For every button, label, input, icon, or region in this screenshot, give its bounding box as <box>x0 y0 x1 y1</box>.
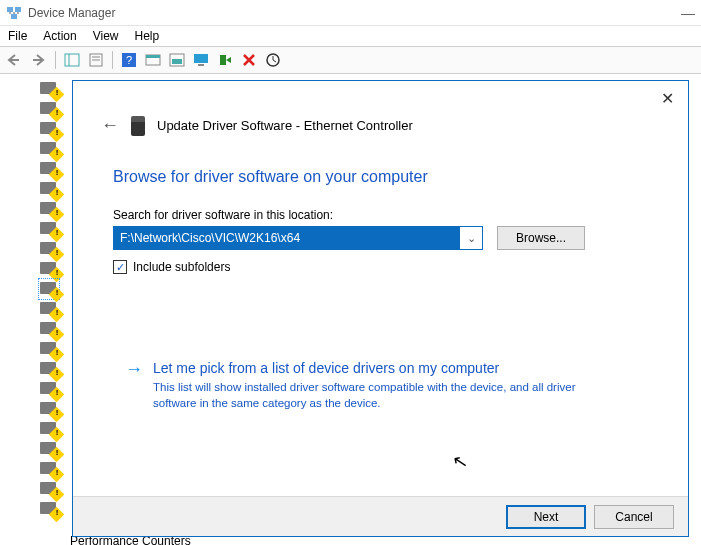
arrow-right-icon: → <box>125 360 143 378</box>
show-tree-icon[interactable] <box>61 49 83 71</box>
device-item-warning-icon[interactable] <box>40 500 58 518</box>
device-icon <box>131 116 145 136</box>
include-subfolders-checkbox[interactable]: ✓ <box>113 260 127 274</box>
device-item-warning-icon[interactable] <box>40 400 58 418</box>
toolbar: ? <box>0 46 701 74</box>
minimize-icon[interactable]: — <box>681 5 695 21</box>
back-icon[interactable]: ← <box>101 115 119 136</box>
nav-forward-icon[interactable] <box>28 49 50 71</box>
pick-from-list-link[interactable]: → Let me pick from a list of device driv… <box>113 360 648 411</box>
device-item-warning-icon[interactable] <box>40 120 58 138</box>
browse-button[interactable]: Browse... <box>497 226 585 250</box>
device-item-warning-icon[interactable] <box>40 100 58 118</box>
device-item-warning-icon[interactable] <box>40 320 58 338</box>
chevron-down-icon[interactable]: ⌄ <box>460 232 482 245</box>
device-item-warning-icon[interactable] <box>40 300 58 318</box>
cursor-icon: ↖ <box>451 450 470 475</box>
path-value[interactable]: F:\Network\Cisco\VIC\W2K16\x64 <box>114 227 460 249</box>
next-button[interactable]: Next <box>506 505 586 529</box>
svg-rect-14 <box>194 54 208 63</box>
properties-icon[interactable] <box>85 49 107 71</box>
scan-hardware-icon[interactable] <box>262 49 284 71</box>
svg-text:?: ? <box>126 54 132 66</box>
device-item-selected[interactable] <box>40 280 58 298</box>
device-item-warning-icon[interactable] <box>40 140 58 158</box>
device-item-warning-icon[interactable] <box>40 440 58 458</box>
svg-rect-2 <box>11 14 17 19</box>
device-item-warning-icon[interactable] <box>40 160 58 178</box>
cancel-button[interactable]: Cancel <box>594 505 674 529</box>
include-subfolders-label: Include subfolders <box>133 260 230 274</box>
device-item-warning-icon[interactable] <box>40 360 58 378</box>
update-icon[interactable] <box>166 49 188 71</box>
menu-view[interactable]: View <box>93 29 119 43</box>
menu-help[interactable]: Help <box>135 29 160 43</box>
pick-description: This list will show installed driver sof… <box>153 380 603 411</box>
help-icon[interactable]: ? <box>118 49 140 71</box>
device-item-warning-icon[interactable] <box>40 200 58 218</box>
svg-rect-0 <box>7 7 13 12</box>
device-item-warning-icon[interactable] <box>40 240 58 258</box>
window-title: Device Manager <box>28 6 115 20</box>
close-icon[interactable]: ✕ <box>661 89 674 108</box>
device-item-warning-icon[interactable] <box>40 460 58 478</box>
device-item-warning-icon[interactable] <box>40 340 58 358</box>
device-item-warning-icon[interactable] <box>40 80 58 98</box>
device-item-warning-icon[interactable] <box>40 260 58 278</box>
dialog-footer: Next Cancel <box>73 496 688 536</box>
dialog-title: Update Driver Software - Ethernet Contro… <box>157 118 413 133</box>
svg-rect-15 <box>198 64 204 66</box>
menu-action[interactable]: Action <box>43 29 76 43</box>
menu-file[interactable]: File <box>8 29 27 43</box>
scan-icon[interactable] <box>142 49 164 71</box>
svg-rect-3 <box>65 54 79 66</box>
svg-rect-13 <box>172 59 182 64</box>
svg-rect-11 <box>146 55 160 58</box>
app-icon <box>6 5 22 21</box>
dialog-heading: Browse for driver software on your compu… <box>113 168 648 186</box>
menu-bar: File Action View Help <box>0 26 701 46</box>
enable-icon[interactable] <box>214 49 236 71</box>
uninstall-icon[interactable] <box>238 49 260 71</box>
pick-title: Let me pick from a list of device driver… <box>153 360 499 376</box>
device-tree <box>40 80 70 520</box>
device-item-warning-icon[interactable] <box>40 480 58 498</box>
device-item-warning-icon[interactable] <box>40 420 58 438</box>
title-bar: Device Manager — <box>0 0 701 26</box>
monitor-icon[interactable] <box>190 49 212 71</box>
device-item-warning-icon[interactable] <box>40 180 58 198</box>
svg-rect-16 <box>220 55 226 65</box>
path-combobox[interactable]: F:\Network\Cisco\VIC\W2K16\x64 ⌄ <box>113 226 483 250</box>
nav-back-icon[interactable] <box>4 49 26 71</box>
svg-rect-1 <box>15 7 21 12</box>
update-driver-dialog: ✕ ← Update Driver Software - Ethernet Co… <box>72 80 689 537</box>
device-item-warning-icon[interactable] <box>40 380 58 398</box>
search-location-label: Search for driver software in this locat… <box>113 208 648 222</box>
device-item-warning-icon[interactable] <box>40 220 58 238</box>
